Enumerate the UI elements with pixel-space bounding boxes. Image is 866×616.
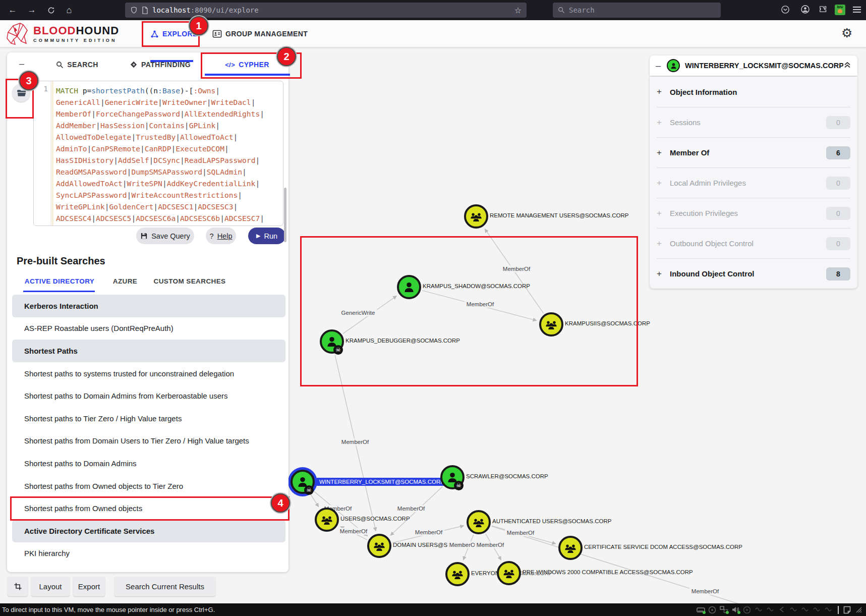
chevron-double-up-icon[interactable] [843,61,851,71]
brand-subtitle: COMMUNITY EDITION [33,38,119,43]
group-icon [472,516,485,529]
entity-section-label: Inbound Object Control [670,269,826,278]
prebuilt-tab-azure[interactable]: AZURE [106,277,144,285]
saved-queries-folder-button[interactable] [12,84,30,102]
graph-node-remote_mgmt[interactable] [464,204,488,229]
collapse-panel-button[interactable]: – [15,58,28,71]
tab-group-management[interactable]: GROUP MANAGEMENT [212,26,308,41]
group-icon [373,539,386,552]
browser-back-button[interactable]: ← [6,4,19,16]
url-text: localhost:8090/ui/explore [152,6,514,14]
tab-explore[interactable]: EXPLORE [150,26,198,41]
group-icon [564,541,577,554]
page-icon [142,7,148,14]
entity-section-label: Execution Privileges [670,209,826,217]
user-icon [402,281,416,294]
prebuilt-search-item[interactable]: Shortest paths to Tier Zero / High Value… [12,407,285,430]
graph-node-label: KRAMPUSIIS@SOCMAS.CORP [565,320,650,326]
prebuilt-search-item[interactable]: Shortest paths from Owned objects [12,497,285,520]
help-button[interactable]: ? Help [206,228,236,244]
entity-panel-collapse-button[interactable]: – [656,61,667,71]
vm-note-icon [843,606,852,614]
crop-icon [14,582,22,591]
entity-section-label: Local Admin Privileges [670,179,826,187]
vm-resize-grip [855,606,864,614]
entity-section-count-badge: 0 [826,237,850,250]
browser-toolbar: ← → ⌂ localhost:8090/ui/explore ☆ Search… [0,0,866,20]
vm-status-text: To direct input to this VM, move the mou… [2,606,697,613]
export-button[interactable]: Export [73,577,105,596]
prebuilt-search-item[interactable]: AS-REP Roastable users (DontReqPreAuth) [12,317,285,340]
graph-node-krampusiis[interactable] [539,312,563,337]
prebuilt-search-item[interactable]: Shortest paths to systems trusted for un… [12,362,285,385]
prebuilt-search-item[interactable]: PKI hierarchy [12,542,285,565]
vm-status-icon-faded [766,606,775,614]
vm-status-icon-faded [813,606,822,614]
layout-button[interactable]: Layout [31,577,70,596]
search-icon [558,7,565,14]
browser-home-button[interactable]: ⌂ [63,4,76,16]
group-management-icon [212,30,222,38]
bloodhound-brand: BLOODHOUND COMMUNITY EDITION [5,21,119,45]
graph-node-krampus_shadow[interactable] [397,275,421,299]
group-icon [320,513,333,526]
url-bar[interactable]: localhost:8090/ui/explore ☆ [125,3,527,18]
bloodhound-logo [5,21,29,45]
graph-node-prewindows[interactable] [497,561,521,585]
entity-section-local-admin-privileges: +Local Admin Privileges0 [657,167,850,198]
entity-section-member-of[interactable]: +Member Of6 [657,137,850,167]
save-query-label: Save Query [151,232,190,240]
graph-edge-label: MemberOf [505,529,536,536]
prebuilt-list-scrollbar[interactable] [284,188,286,242]
prebuilt-search-item[interactable]: Shortest paths to Domain Admins from Ker… [12,384,285,407]
group-icon [502,567,515,580]
prebuilt-search-item[interactable]: Shortest paths from Domain Users to Tier… [12,430,285,453]
browser-forward-button[interactable]: → [25,4,38,16]
brand-title: BLOODHOUND [33,24,119,37]
search-tab-icon [56,61,64,69]
vm-status-icon-faded [755,606,764,614]
entity-section-inbound-object-control[interactable]: +Inbound Object Control8 [657,258,850,289]
help-label: Help [217,232,233,240]
shield-icon [130,6,138,14]
run-play-icon: ▶ [256,233,260,239]
graph-node-domain_users[interactable] [367,534,391,558]
graph-edge-label: MemberOf [338,528,369,535]
entity-section-object-information[interactable]: +Object Information [657,77,850,107]
save-query-button[interactable]: Save Query [136,228,194,244]
graph-edge-label: GenericWrite [339,309,377,316]
tab-cypher[interactable]: </> CYPHER [204,55,290,74]
extensions-puzzle-icon[interactable] [818,5,829,16]
menu-hamburger-icon[interactable] [851,5,862,16]
graph-node-authenticated_users[interactable] [467,510,491,534]
graph-node-users[interactable] [315,508,339,532]
vm-cd-icon [708,606,717,614]
graph-node-everyone[interactable] [445,562,470,586]
prebuilt-searches-title: Pre-built Searches [17,255,105,267]
graph-node-cert_service[interactable] [558,536,583,560]
account-icon[interactable] [799,5,811,16]
pocket-icon[interactable] [780,5,791,16]
entity-section-label: Object Information [670,88,850,96]
prebuilt-search-item[interactable]: Shortest paths from Owned objects to Tie… [12,475,285,497]
cypher-editor[interactable]: 1 MATCH p=shortestPath((n:Base)-[:Owns|G… [33,81,283,226]
graph-node-label: REMOTE MANAGEMENT USERS@SOCMAS.CORP [490,212,628,218]
bookmark-star-icon[interactable]: ☆ [514,6,522,15]
search-current-results-button[interactable]: Search Current Results [114,577,215,596]
browser-search-bar[interactable]: Search [553,3,721,18]
prebuilt-search-item[interactable]: Shortest paths to Domain Admins [12,452,285,475]
tab-pathfinding[interactable]: PATHFINDING [116,55,204,74]
expand-plus-icon: + [657,87,670,97]
editor-line-number: 1 [34,85,48,93]
graph-node-label: CERTIFICATE SERVICE DCOM ACCESS@SOCMAS.C… [584,544,742,550]
tab-search[interactable]: SEARCH [52,55,102,74]
prebuilt-tab-active-directory[interactable]: ACTIVE DIRECTORY [24,277,95,285]
entity-avatar [667,59,680,72]
browser-refresh-button[interactable] [44,4,57,16]
graph-node-label: PRE-WINDOWS 2000 COMPATIBLE ACCESS@SOCMA… [523,569,693,575]
custom-extension-icon[interactable]: bru [835,5,845,15]
settings-gear-icon[interactable]: ⚙ [841,26,852,40]
run-query-button[interactable]: ▶ Run [248,228,285,244]
prebuilt-tab-custom-searches[interactable]: CUSTOM SEARCHES [150,277,229,285]
crop-view-button[interactable] [8,577,28,596]
